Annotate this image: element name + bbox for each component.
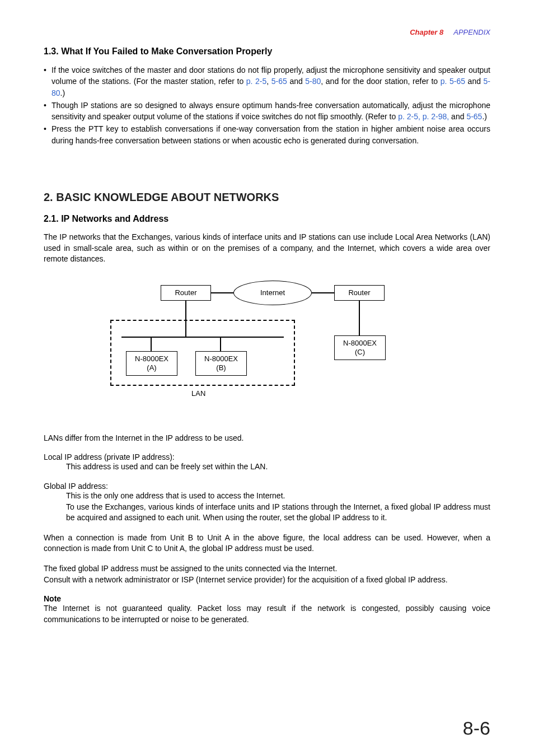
global-ip-desc-1: This is the only one address that is use… <box>44 491 490 502</box>
node-sub: (B) <box>216 363 226 372</box>
bullet-list-1-3: If the voice switches of the master and … <box>44 64 490 146</box>
node-sub: (A) <box>147 363 156 372</box>
internet-oval: Internet <box>233 281 312 305</box>
section-2-title: 2. BASIC KNOWLEDGE ABOUT NETWORKS <box>44 191 490 204</box>
line <box>121 337 284 338</box>
global-ip-block: Global IP address: This is the only one … <box>44 482 490 524</box>
local-ip-desc: This address is used and can be freely s… <box>44 461 490 473</box>
section-2-1-title: 2.1. IP Networks and Address <box>44 214 490 224</box>
page-link[interactable]: p. 2-5 <box>246 77 267 86</box>
text: and <box>449 112 466 121</box>
line <box>312 292 334 293</box>
bullet-item: Press the PTT key to establish conversat… <box>44 123 490 146</box>
node-label: N-8000EX <box>135 354 168 363</box>
bullet-item: If the voice switches of the master and … <box>44 64 490 99</box>
text: , and for the door station, refer to <box>321 77 440 86</box>
page-number: 8-6 <box>463 717 490 739</box>
global-ip-term: Global IP address: <box>44 482 490 491</box>
router-left: Router <box>161 285 211 301</box>
page-link[interactable]: 5-65 <box>466 112 482 121</box>
local-ip-block: Local IP address (private IP address): T… <box>44 452 490 473</box>
page-link[interactable]: 5-65 <box>271 77 287 86</box>
global-ip-desc-2: To use the Exchanges, various kinds of i… <box>44 502 490 524</box>
text: The fixed global IP address must be assi… <box>44 564 337 573</box>
header-spacer <box>446 28 452 36</box>
fixed-ip-paragraph: The fixed global IP address must be assi… <box>44 563 490 585</box>
line <box>359 301 360 335</box>
page-link[interactable]: p. 5-65 <box>441 77 465 86</box>
text: , <box>266 77 271 86</box>
line <box>151 337 152 351</box>
note-label: Note <box>44 594 490 603</box>
text: Press the PTT key to establish conversat… <box>51 124 490 144</box>
text: .) <box>482 112 487 121</box>
page-link[interactable]: p. 2-98, <box>423 112 449 121</box>
page-link[interactable]: 5-80 <box>305 77 321 86</box>
note-text: The Internet is not guaranteed quality. … <box>44 603 490 625</box>
appendix-label: APPENDIX <box>453 28 490 36</box>
node-a: N-8000EX (A) <box>126 351 177 376</box>
page-header: Chapter 8 APPENDIX <box>44 28 490 36</box>
lan-diff-paragraph: LANs differ from the Internet in the IP … <box>44 433 490 444</box>
connection-paragraph: When a connection is made from Unit B to… <box>44 533 490 554</box>
network-diagram: Router Internet Router N-8000EX (A) N-80… <box>110 282 424 416</box>
node-label: N-8000EX <box>343 339 377 348</box>
intro-paragraph: The IP networks that the Exchanges, vari… <box>44 232 490 265</box>
local-ip-term: Local IP address (private IP address): <box>44 452 490 461</box>
node-sub: (C) <box>355 348 365 357</box>
chapter-label: Chapter 8 <box>410 28 443 36</box>
text: .) <box>60 88 65 97</box>
node-label: N-8000EX <box>204 354 238 363</box>
page-link[interactable]: p. 2-5, <box>398 112 420 121</box>
section-1-3-title: 1.3. What If You Failed to Make Conversa… <box>44 46 490 57</box>
line <box>211 292 233 293</box>
bullet-item: Though IP stations are so designed to al… <box>44 100 490 123</box>
lan-label: LAN <box>191 389 205 398</box>
line <box>220 337 221 351</box>
router-right: Router <box>334 285 385 301</box>
text: and <box>465 77 484 86</box>
text: and <box>287 77 306 86</box>
node-c: N-8000EX (C) <box>334 335 386 360</box>
text: Consult with a network administrator or … <box>44 575 448 584</box>
node-b: N-8000EX (B) <box>195 351 247 376</box>
